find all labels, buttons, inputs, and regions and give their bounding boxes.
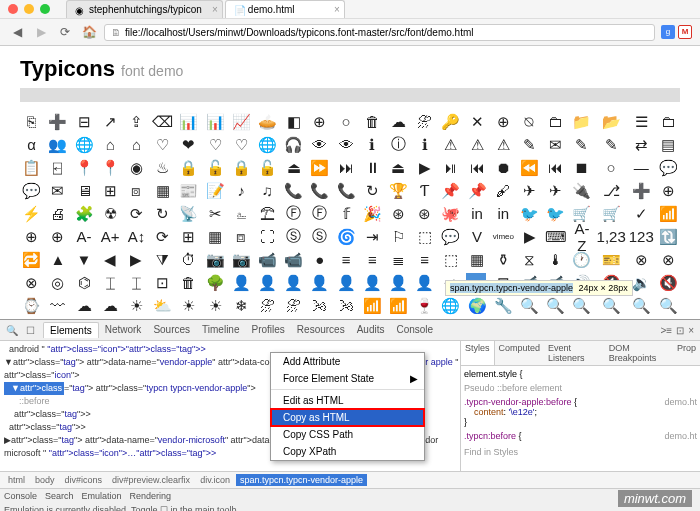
inspect-icon[interactable]: 🔍 xyxy=(6,325,18,336)
close-tab-icon[interactable]: × xyxy=(334,4,340,15)
context-menu: Add AttributeForce Element State▶Edit as… xyxy=(270,352,425,461)
pseudo-label: Pseudo ::before element xyxy=(464,383,697,393)
browser-tab[interactable]: ◉stephenhutchings/typicon× xyxy=(66,0,223,18)
context-menu-item[interactable]: Copy as HTML xyxy=(271,409,424,426)
context-menu-item[interactable]: Add Attribute xyxy=(271,353,424,370)
devtools-tab-resources[interactable]: Resources xyxy=(291,322,351,338)
drawer-tab[interactable]: Console xyxy=(4,491,37,501)
devtools-tab-sources[interactable]: Sources xyxy=(147,322,196,338)
style-rule: element.style { xyxy=(464,369,523,379)
gmail-ext-icon[interactable]: M xyxy=(678,25,692,39)
breadcrumb-item[interactable]: div.icon xyxy=(196,474,234,486)
breadcrumb-item[interactable]: span.typcn.typcn-vendor-apple xyxy=(236,474,367,486)
devtools-tab-network[interactable]: Network xyxy=(99,322,148,338)
styles-tab[interactable]: Event Listeners xyxy=(544,341,605,365)
element-tooltip: span.typcn.typcn-vendor-apple 24px × 28p… xyxy=(445,280,633,296)
devtools-dock-icon[interactable]: ⊡ xyxy=(676,325,684,336)
close-tab-icon[interactable]: × xyxy=(212,4,218,15)
close-window[interactable] xyxy=(8,4,18,14)
drawer-tab[interactable]: Emulation xyxy=(82,491,122,501)
breadcrumb-item[interactable]: div#icons xyxy=(61,474,107,486)
drawer-tab[interactable]: Rendering xyxy=(130,491,172,501)
styles-tab[interactable]: DOM Breakpoints xyxy=(605,341,673,365)
breadcrumb-item[interactable]: body xyxy=(31,474,59,486)
source-link[interactable]: demo.ht xyxy=(664,397,697,407)
demo-bar xyxy=(20,88,680,102)
home-button[interactable]: 🏠 xyxy=(80,23,98,41)
tab-title: demo.html xyxy=(248,4,295,15)
google-ext-icon[interactable]: g xyxy=(661,25,675,39)
breadcrumb[interactable]: htmlbodydiv#iconsdiv#preview.clearfixdiv… xyxy=(0,471,700,488)
devtools-tab-profiles[interactable]: Profiles xyxy=(245,322,290,338)
find-in-styles[interactable]: Find in Styles xyxy=(464,447,697,457)
tab-title: stephenhutchings/typicon xyxy=(89,4,202,15)
github-icon: ◉ xyxy=(75,5,85,15)
styles-panel[interactable]: StylesComputedEvent ListenersDOM Breakpo… xyxy=(460,341,700,471)
styles-tab[interactable]: Prop xyxy=(673,341,700,365)
file-protocol-icon: 🗎 xyxy=(111,27,121,38)
styles-tab[interactable]: Styles xyxy=(461,341,495,365)
source-link[interactable]: demo.ht xyxy=(664,431,697,441)
emulation-status: Emulation is currently disabled. Toggle … xyxy=(0,503,700,511)
page-title: Typicons font demo xyxy=(20,56,680,82)
device-icon[interactable]: ☐ xyxy=(26,325,35,336)
file-icon: 📄 xyxy=(234,5,244,15)
browser-tab[interactable]: 📄demo.html× xyxy=(225,0,345,18)
devtools-close-icon[interactable]: × xyxy=(688,325,694,336)
zoom-window[interactable] xyxy=(40,4,50,14)
selector: .typcn:before xyxy=(464,431,516,441)
url-text: file://localhost/Users/minwt/Downloads/t… xyxy=(125,27,473,38)
devtools-settings-icon[interactable]: >≡ xyxy=(660,325,672,336)
devtools-tab-timeline[interactable]: Timeline xyxy=(196,322,245,338)
devtools-tab-console[interactable]: Console xyxy=(390,322,439,338)
back-button[interactable]: ◀ xyxy=(8,23,26,41)
devtools-tab-audits[interactable]: Audits xyxy=(351,322,391,338)
breadcrumb-item[interactable]: html xyxy=(4,474,29,486)
styles-tab[interactable]: Computed xyxy=(495,341,545,365)
drawer-tab[interactable]: Search xyxy=(45,491,74,501)
devtools-tab-elements[interactable]: Elements xyxy=(43,322,99,338)
breadcrumb-item[interactable]: div#preview.clearfix xyxy=(108,474,194,486)
context-menu-item[interactable]: Copy CSS Path xyxy=(271,426,424,443)
forward-button[interactable]: ▶ xyxy=(32,23,50,41)
context-menu-item[interactable]: Copy XPath xyxy=(271,443,424,460)
context-menu-item[interactable]: Edit as HTML xyxy=(271,392,424,409)
watermark: minwt.com xyxy=(618,490,692,507)
reload-button[interactable]: ⟳ xyxy=(56,23,74,41)
selector: .typcn-vendor-apple:before xyxy=(464,397,572,407)
minimize-window[interactable] xyxy=(24,4,34,14)
address-bar[interactable]: 🗎file://localhost/Users/minwt/Downloads/… xyxy=(104,24,655,41)
context-menu-item[interactable]: Force Element State▶ xyxy=(271,370,424,387)
